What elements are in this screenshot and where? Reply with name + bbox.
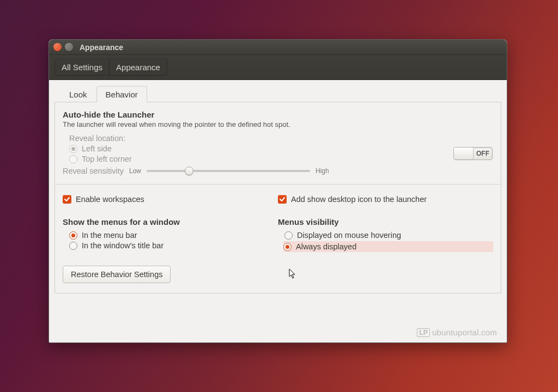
checkbox-checked-icon	[278, 195, 287, 204]
watermark-logo: LP	[417, 328, 430, 337]
reveal-location-label: Reveal location:	[69, 134, 493, 143]
autohide-desc: The launcher will reveal when moving the…	[63, 120, 493, 128]
tab-look[interactable]: Look	[60, 86, 96, 102]
breadcrumb-all-settings[interactable]: All Settings	[54, 59, 110, 76]
radio-checked-icon	[283, 243, 292, 251]
reveal-topleft-label: Top left corner	[82, 155, 132, 163]
autohide-title: Auto-hide the Launcher	[63, 110, 493, 119]
radio-icon	[284, 231, 293, 240]
behavior-panel: Auto-hide the Launcher The launcher will…	[54, 102, 501, 293]
toggle-label: OFF	[474, 150, 492, 157]
menus-in-menubar-option[interactable]: In the menu bar	[69, 231, 278, 240]
sensitivity-slider[interactable]	[147, 170, 310, 172]
radio-icon	[69, 145, 77, 153]
toolbar: All Settings Appearance	[49, 55, 507, 80]
reveal-left-label: Left side	[82, 144, 112, 153]
checkbox-row: Enable workspaces Add show desktop icon …	[63, 193, 493, 205]
slider-thumb[interactable]	[185, 167, 193, 175]
sensitivity-high: High	[316, 167, 329, 175]
sensitivity-label: Reveal sensitivity	[63, 167, 124, 175]
autohide-section: Auto-hide the Launcher The launcher will…	[63, 110, 493, 175]
reveal-sensitivity-row: Reveal sensitivity Low High	[63, 167, 493, 175]
visibility-hover-option[interactable]: Displayed on mouse hovering	[284, 231, 493, 240]
divider	[55, 184, 501, 185]
menus-in-titlebar-option[interactable]: In the window's title bar	[69, 241, 278, 250]
workspaces-label: Enable workspaces	[76, 195, 144, 204]
toggle-knob[interactable]	[454, 148, 474, 160]
restore-behavior-button[interactable]: Restore Behavior Settings	[63, 266, 171, 283]
hover-label: Displayed on mouse hovering	[297, 231, 401, 240]
show-menus-title: Show the menus for a window	[63, 217, 278, 226]
radio-icon	[69, 242, 77, 250]
breadcrumb-appearance[interactable]: Appearance	[109, 59, 167, 76]
close-icon[interactable]	[53, 43, 62, 51]
tab-behavior[interactable]: Behavior	[96, 86, 147, 102]
minimize-icon[interactable]	[65, 43, 73, 51]
radio-checked-icon	[69, 231, 77, 240]
show-desktop-checkbox[interactable]: Add show desktop icon to the launcher	[278, 195, 493, 204]
checkbox-checked-icon	[63, 195, 71, 204]
always-label: Always displayed	[296, 242, 356, 251]
visibility-always-option[interactable]: Always displayed	[283, 241, 493, 252]
reveal-left-side-option: Left side	[69, 144, 493, 153]
titlebar[interactable]: Appearance	[49, 40, 507, 55]
menus-visibility-title: Menus visibility	[278, 217, 493, 226]
menus-row: Show the menus for a window In the menu …	[63, 217, 493, 254]
enable-workspaces-checkbox[interactable]: Enable workspaces	[63, 195, 278, 204]
tab-bar: Look Behavior	[54, 85, 501, 102]
sensitivity-low: Low	[129, 167, 141, 175]
autohide-toggle[interactable]: OFF	[453, 147, 493, 160]
reveal-top-left-option: Top left corner	[69, 155, 493, 163]
settings-window: Appearance All Settings Appearance Look …	[48, 39, 507, 343]
menubar-label: In the menu bar	[82, 231, 137, 240]
watermark: LP ubuntuportal.com	[417, 328, 497, 337]
titlebar-label: In the window's title bar	[82, 241, 163, 250]
radio-icon	[69, 155, 77, 163]
cursor-icon	[289, 268, 296, 279]
window-title: Appearance	[80, 43, 123, 52]
menus-visibility-group: Menus visibility Displayed on mouse hove…	[278, 217, 493, 254]
watermark-text: ubuntuportal.com	[432, 328, 497, 337]
content-area: Look Behavior Auto-hide the Launcher The…	[49, 80, 507, 342]
show-desktop-label: Add show desktop icon to the launcher	[291, 195, 427, 204]
show-menus-group: Show the menus for a window In the menu …	[63, 217, 278, 254]
